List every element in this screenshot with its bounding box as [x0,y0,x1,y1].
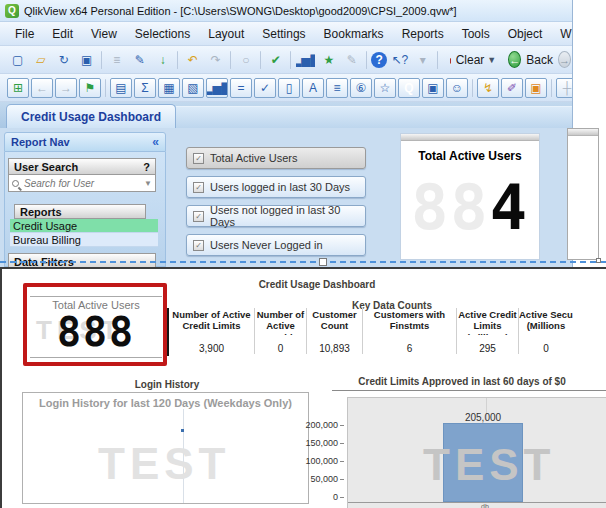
listbox-object-icon[interactable]: ▤ [110,78,132,98]
menu-item[interactable]: Settings [253,24,314,44]
format-painter-icon[interactable]: ✐ [501,78,523,98]
align-icon[interactable]: ┼ [556,78,573,98]
reports-title: Reports [20,206,62,218]
seven-segment-display: 884 [401,165,539,251]
favorites-icon[interactable]: ★ [318,50,339,70]
clear-button[interactable]: Clear [456,53,485,67]
previous-sheet-icon[interactable]: ← [31,78,53,98]
smiley-object-icon[interactable]: ☺ [446,78,468,98]
tab-credit-usage-dashboard[interactable]: Credit Usage Dashboard [6,104,176,128]
redo-icon[interactable]: ↷ [205,50,226,70]
next-sheet-icon[interactable]: → [55,78,77,98]
separator[interactable] [177,51,178,69]
reports-caption: Reports [14,204,146,219]
menu-item[interactable]: Window [551,24,573,44]
design-toolbar: ⊞←→⚑▤Σ▦▧▂▅▇=✓▯A≡⑥☆Q▣☺↯✐▣┼┼┼ [0,74,573,102]
column-value: 295 [457,343,518,354]
column-header: Customers with Finstmts [363,309,456,335]
chevron-down-icon[interactable]: ▼ [144,179,152,188]
menu-item[interactable]: View [82,24,126,44]
chart-gridline [183,409,184,503]
star-object-icon[interactable]: ☆ [374,78,396,98]
filter-button[interactable]: ✓ Users logged in last 30 Days [186,176,366,198]
reload-icon[interactable]: ↻ [53,50,74,70]
checkbox-icon: ✓ [193,240,204,251]
separator[interactable] [290,51,291,69]
credit-chart-y-axis: 200,000150,000100,00050,0000 [298,420,344,502]
save-icon[interactable]: ▣ [76,50,97,70]
separator[interactable] [366,51,367,69]
back-button[interactable]: Back [526,53,553,67]
input-object-icon[interactable]: = [230,78,252,98]
container-object-icon[interactable]: ▯ [278,78,300,98]
back-icon[interactable]: ← [508,51,521,68]
filter-button[interactable]: ✓ Total Active Users [186,147,366,169]
chart-object-icon[interactable]: ▂▅▇ [206,78,228,98]
menu-item[interactable]: Layout [199,24,253,44]
user-filter-buttons: ✓ Total Active Users ✓ Users logged in l… [186,147,366,256]
separator[interactable] [101,51,102,69]
menu-item[interactable]: Edit [43,24,82,44]
separator[interactable] [230,51,231,69]
toolbar-overflow-icon[interactable]: ▾ [412,50,433,70]
clear-selections-icon[interactable]: ◀ [449,50,452,70]
credit-limits-bar[interactable] [443,423,523,502]
text-object-icon[interactable]: A [302,78,324,98]
undo-icon[interactable]: ↶ [182,50,203,70]
separator[interactable] [260,51,261,69]
window-object-icon[interactable]: ▣ [422,78,444,98]
chart-wizard-icon[interactable]: ↯ [477,78,499,98]
menu-item[interactable]: Object [499,24,552,44]
slider-object-icon[interactable]: ≡ [326,78,348,98]
notes-icon[interactable]: ✎ [341,50,362,70]
checkbox-icon: ✓ [193,211,204,222]
menu-item[interactable]: Bookmarks [315,24,393,44]
report-list-item[interactable]: Credit Usage [10,219,158,233]
print-icon[interactable]: ≡ [106,50,127,70]
clear-dropdown-caret[interactable]: ▼ [487,55,496,65]
data-point-marker[interactable] [181,429,184,432]
current-selections-icon[interactable]: ✔ [265,50,286,70]
separator[interactable] [472,79,473,97]
help-icon[interactable]: ? [371,52,387,68]
resize-handle[interactable] [319,258,327,266]
design-grid-icon[interactable]: ▣ [525,78,547,98]
menu-item[interactable]: Tools [453,24,499,44]
filter-button[interactable]: ✓ Users Never Logged in [186,234,366,256]
separator[interactable] [437,51,438,69]
multibox-object-icon[interactable]: ▧ [182,78,204,98]
object-caption-bar[interactable] [568,129,598,136]
column-value: 0 [255,343,306,354]
zoom-icon[interactable]: ○ [235,50,256,70]
checkbox-object-icon[interactable]: ✓ [254,78,276,98]
statistics-object-icon[interactable]: Σ [134,78,156,98]
table-object-icon[interactable]: ▦ [158,78,180,98]
key-data-table: Number of Active Credit Limits 3,900 Num… [169,308,606,354]
open-icon[interactable]: ▱ [30,50,51,70]
new-sheet-icon[interactable]: ⊞ [7,78,29,98]
separator[interactable] [551,79,552,97]
menu-item[interactable]: Reports [393,24,453,44]
quick-chart-icon[interactable]: ▂▅▇ [295,50,316,70]
report-list-item[interactable]: Bureau Billing [10,233,158,247]
filter-button[interactable]: ✓ Users not logged in last 30 Days [186,205,366,227]
bookmark-icon[interactable]: ⚑ [79,78,101,98]
x-axis-tick-label: db [473,503,497,508]
button-object-icon[interactable]: ⑥ [350,78,372,98]
menu-bar: FileEditViewSelectionsLayoutSettingsBook… [0,22,573,46]
search-input[interactable] [22,177,144,190]
help-icon[interactable]: ? [143,161,150,173]
gauge-caption-bar[interactable] [401,134,539,141]
forward-icon[interactable]: → [558,51,571,68]
search-object-icon[interactable]: Q [398,78,420,98]
collapse-panel-icon[interactable]: « [152,135,159,149]
menu-item[interactable]: Selections [126,24,199,44]
whats-this-icon[interactable]: ↖? [389,50,410,70]
new-document-icon[interactable]: ▢ [7,50,28,70]
resize-handle[interactable] [596,258,601,263]
export-icon[interactable]: ↓ [152,50,173,70]
edit-layout-icon[interactable]: ✎ [129,50,150,70]
separator[interactable] [105,79,106,97]
menu-item[interactable]: File [6,24,43,44]
table-column: Customer Count 10,893 [306,308,362,354]
